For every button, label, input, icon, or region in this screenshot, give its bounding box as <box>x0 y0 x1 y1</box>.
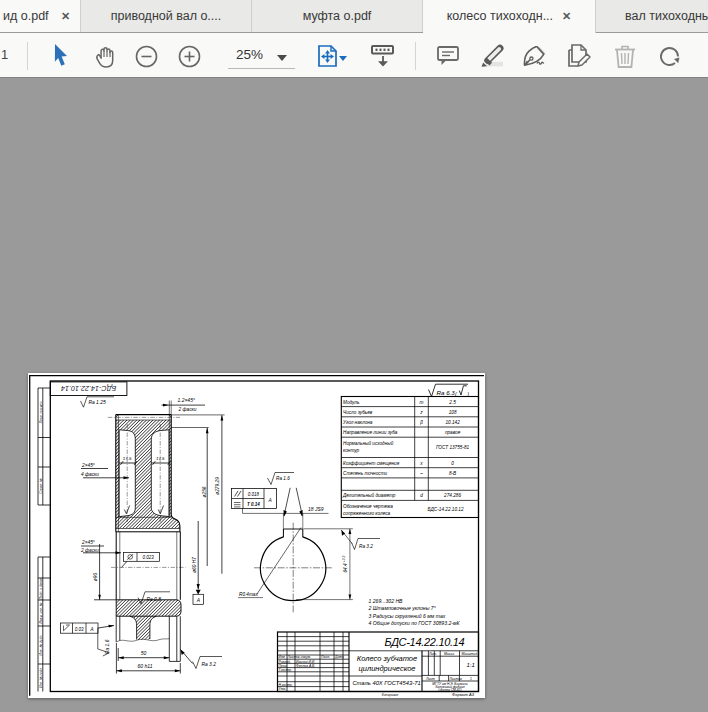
svg-text:ø60 Н7: ø60 Н7 <box>192 557 197 573</box>
svg-text:контур: контур <box>343 448 360 453</box>
svg-text:Фролов А.В.: Фролов А.В. <box>296 664 315 668</box>
svg-text:1 269...302 НВ: 1 269...302 НВ <box>369 598 404 604</box>
svg-text:Колесо зубчатое: Колесо зубчатое <box>357 654 417 663</box>
svg-text:60 h11: 60 h11 <box>138 663 153 669</box>
svg-text:2×45°: 2×45° <box>81 463 95 468</box>
svg-text:2×45°: 2×45° <box>81 540 95 545</box>
svg-text:Направление линии зуба: Направление линии зуба <box>343 430 398 435</box>
svg-text:А: А <box>268 498 272 503</box>
svg-text:А: А <box>89 627 93 632</box>
svg-text:64.4: 64.4 <box>343 563 348 573</box>
svg-text:Ra 1.25: Ra 1.25 <box>89 400 106 405</box>
svg-text:0: 0 <box>451 461 454 466</box>
svg-text:8-B: 8-B <box>449 471 456 476</box>
svg-text:Ra 1.6: Ra 1.6 <box>276 476 290 481</box>
svg-text:Ra 0.8: Ra 0.8 <box>147 597 162 602</box>
svg-text:): ) <box>466 391 469 397</box>
svg-text:БДС-14.22.10.14: БДС-14.22.10.14 <box>61 384 116 393</box>
svg-text:Угол наклона: Угол наклона <box>343 420 373 425</box>
svg-text:Формат А3: Формат А3 <box>452 692 475 697</box>
svg-text:Масштаб: Масштаб <box>462 652 478 656</box>
svg-text:–: – <box>419 471 423 476</box>
svg-text:Перв. примен.: Перв. примен. <box>39 401 43 424</box>
svg-text:Подп.: Подп. <box>321 655 330 659</box>
svg-text:Дата: Дата <box>334 655 344 659</box>
svg-text:Модуль: Модуль <box>343 400 360 405</box>
svg-text:ø279.29: ø279.29 <box>215 477 220 495</box>
svg-text:Лит.: Лит. <box>428 652 437 656</box>
svg-text:Число зубьев: Число зубьев <box>343 410 373 415</box>
svg-text:Обозначение чертежа: Обозначение чертежа <box>343 504 393 509</box>
svg-text:R0.4max: R0.4max <box>239 592 258 597</box>
svg-text:Делительный диаметр: Делительный диаметр <box>342 492 396 498</box>
svg-text:сопряженного колеса: сопряженного колеса <box>343 511 391 516</box>
svg-text:Взам. инв. №: Взам. инв. № <box>39 602 43 623</box>
svg-text:4 Общие допуски по ГОСТ 30893.: 4 Общие допуски по ГОСТ 30893.2-мК <box>369 620 461 626</box>
svg-text:Степень точности: Степень точности <box>343 471 388 476</box>
svg-text:Справ. №: Справ. № <box>39 478 43 494</box>
svg-text:Масса: Масса <box>444 652 454 656</box>
svg-text:ГОСТ 13755-81: ГОСТ 13755-81 <box>436 445 470 450</box>
svg-text:Ra 3.2: Ra 3.2 <box>202 662 217 667</box>
svg-text:Ra 1.6: Ra 1.6 <box>105 639 110 654</box>
svg-text:Утв.: Утв. <box>279 687 287 691</box>
svg-text:Лист: Лист <box>425 677 435 681</box>
svg-text:0.023: 0.023 <box>143 555 155 560</box>
svg-text:β: β <box>419 420 423 425</box>
svg-text:2.5: 2.5 <box>448 400 456 405</box>
svg-text:Т.контр.: Т.контр. <box>279 668 293 672</box>
svg-text:ø90: ø90 <box>93 573 98 582</box>
svg-text:2 фаски: 2 фаски <box>80 548 99 553</box>
svg-text:1: 1 <box>470 677 472 681</box>
svg-text:z: z <box>419 410 423 415</box>
svg-text:d: d <box>420 493 423 498</box>
svg-text:2 фаски: 2 фаски <box>178 407 197 412</box>
svg-text:2 Штамповочные уклоны 7°: 2 Штамповочные уклоны 7° <box>368 605 436 611</box>
svg-text:10.142: 10.142 <box>445 420 460 425</box>
svg-text:ø256: ø256 <box>202 486 207 497</box>
svg-text:17.5: 17.5 <box>156 456 165 461</box>
svg-text:№ докум.: № докум. <box>296 655 311 659</box>
svg-text:1:1: 1:1 <box>467 662 475 668</box>
svg-text:Лист: Лист <box>287 655 297 659</box>
svg-text:1.2×45°: 1.2×45° <box>178 397 195 403</box>
svg-text:+0.2: +0.2 <box>342 555 346 562</box>
svg-text:БДС-14.22.10.12: БДС-14.22.10.12 <box>428 507 464 512</box>
svg-text:Т 0.14: Т 0.14 <box>247 502 260 507</box>
svg-text:4 фаски: 4 фаски <box>81 472 99 477</box>
svg-text:0.018: 0.018 <box>248 492 260 497</box>
svg-text:Инв. № подл.: Инв. № подл. <box>39 667 43 688</box>
svg-text:17.5: 17.5 <box>123 456 132 461</box>
svg-text:цилиндрическое: цилиндрическое <box>358 664 415 673</box>
svg-text:Ra 3.2: Ra 3.2 <box>359 544 373 549</box>
svg-text:Изм: Изм <box>279 655 286 659</box>
svg-text:Листов: Листов <box>449 677 463 681</box>
svg-text:50: 50 <box>141 650 147 656</box>
svg-text:Ra 6.3: Ra 6.3 <box>437 389 456 396</box>
svg-text:(: ( <box>455 391 458 397</box>
svg-text:108: 108 <box>449 410 457 415</box>
svg-text:274.286: 274.286 <box>443 493 461 498</box>
svg-text:Сталь 40Х ГОСТ4543-71: Сталь 40Х ГОСТ4543-71 <box>352 680 420 686</box>
svg-text:m: m <box>420 400 424 405</box>
svg-text:x: x <box>419 461 423 466</box>
svg-text:Коэффициент смещения: Коэффициент смещения <box>343 461 400 466</box>
svg-text:18 JS9: 18 JS9 <box>308 506 324 512</box>
svg-text:Подп. и дата: Подп. и дата <box>39 578 43 599</box>
svg-text:Инв. № дубл.: Инв. № дубл. <box>39 635 43 656</box>
svg-text:Н.контр.: Н.контр. <box>279 683 293 687</box>
svg-text:А: А <box>196 598 200 603</box>
svg-text:правое: правое <box>445 430 461 435</box>
svg-text:0.03: 0.03 <box>75 627 84 632</box>
svg-text:3 Радиусы скруглений 6 мм max: 3 Радиусы скруглений 6 мм max <box>369 613 446 619</box>
svg-text:Нормальный исходный: Нормальный исходный <box>343 440 394 446</box>
svg-text:БДС-14.22.10.14: БДС-14.22.10.14 <box>385 636 465 648</box>
svg-text:Копировал: Копировал <box>382 693 399 697</box>
